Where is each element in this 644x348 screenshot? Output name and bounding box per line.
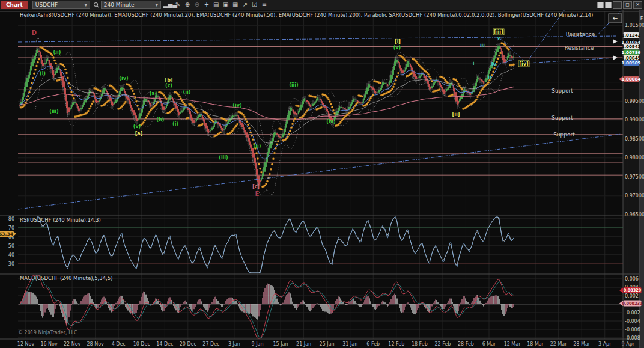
wave-label: (ii) <box>254 144 261 149</box>
sar-dot <box>248 127 250 129</box>
window-thumb-2[interactable] <box>605 2 612 8</box>
macd-bar <box>322 304 323 311</box>
sar-dot <box>108 100 109 102</box>
zoom-in-icon[interactable]: ⊕ <box>183 1 192 9</box>
candle-body <box>48 60 49 61</box>
candle-body <box>477 76 478 82</box>
macd-value-marker: 0.00329 <box>619 287 642 293</box>
candle-body <box>195 121 196 121</box>
candle-body <box>406 64 407 70</box>
macd-bar <box>59 304 59 306</box>
sar-dot <box>27 95 29 97</box>
macd-bar <box>346 304 347 305</box>
macd-bar <box>439 304 439 305</box>
sar-dot <box>35 65 37 67</box>
restore-button[interactable]: ◻ <box>623 1 632 9</box>
macd-bar <box>84 296 85 304</box>
wave-label: (iv) <box>232 103 242 108</box>
draw-icon[interactable]: ✎ <box>173 1 183 9</box>
macd-bar <box>394 294 395 304</box>
candle-body <box>294 112 296 115</box>
macd-bar <box>49 304 50 312</box>
candle-body <box>369 84 370 87</box>
sar-dot <box>145 117 147 119</box>
instrument-select[interactable]: USDCHF ▾ <box>32 1 90 9</box>
search-icon[interactable] <box>93 0 101 11</box>
macd-bar <box>395 295 396 304</box>
price-marker-value: 1.00645 <box>622 56 641 61</box>
macd-bar <box>435 299 436 304</box>
candle-body <box>232 115 233 118</box>
candle-body <box>179 112 180 115</box>
candle-body <box>166 105 167 108</box>
price-tick-label: 0.99500 <box>625 99 644 104</box>
back-arrow-button[interactable]: ← <box>609 14 622 23</box>
macd-bar <box>231 298 231 304</box>
candle-body <box>410 64 411 67</box>
properties-icon[interactable]: ≡ <box>260 1 269 9</box>
macd-bar <box>189 304 189 307</box>
macd-bar <box>372 304 373 307</box>
macd-bar <box>377 304 378 307</box>
candle-body <box>482 80 483 82</box>
macd-bar <box>79 304 80 304</box>
macd-bar <box>449 299 450 304</box>
candle-body <box>404 70 405 72</box>
price-tick-label: 0.96500 <box>625 212 644 218</box>
macd-bar <box>389 302 390 304</box>
candle-body <box>102 90 103 96</box>
sar-dot <box>281 128 282 130</box>
macd-bar <box>267 284 267 304</box>
titlebar: Chart USDCHF ▾ 240 Minute ▾ ▂▅▃✎⊕⊖+▤▣▦↗☑… <box>0 0 644 10</box>
time-axis-label: 18 Feb <box>412 341 428 347</box>
sar-dot <box>64 69 66 70</box>
window-thumb-1[interactable] <box>597 2 604 8</box>
data-series-icon[interactable]: ▤ <box>211 1 221 9</box>
macd-bar <box>509 304 510 307</box>
candle-body <box>365 91 366 98</box>
interval-select[interactable]: 240 Minute ▾ <box>101 1 161 9</box>
macd-bar <box>388 304 389 306</box>
wave-label: (iv) <box>326 119 335 124</box>
macd-bar <box>252 304 253 316</box>
macd-bar <box>249 304 249 314</box>
candle-body <box>225 125 226 129</box>
chart-trader-icon[interactable]: ▣ <box>221 1 231 9</box>
chart-style-icon[interactable]: ▂▅▃ <box>163 1 173 9</box>
sar-dot <box>294 118 296 120</box>
close-button[interactable]: × <box>633 1 642 9</box>
crosshair-icon[interactable]: + <box>202 1 211 9</box>
sar-dot <box>138 108 139 110</box>
candle-body <box>502 51 503 60</box>
candle-body <box>460 97 461 100</box>
macd-bar <box>137 304 138 310</box>
macd-bar <box>365 298 366 304</box>
grid-icon[interactable]: ▦ <box>231 1 240 9</box>
strategies-icon[interactable]: ☑ <box>250 1 260 9</box>
time-axis-label: 14 Dec <box>156 341 173 347</box>
candle-body <box>393 66 394 75</box>
macd-bar <box>160 304 160 307</box>
macd-bar <box>56 304 57 305</box>
candle-body <box>353 99 354 102</box>
candle-body <box>95 96 96 102</box>
window-tab-chart[interactable]: Chart <box>1 1 28 9</box>
sar-dot <box>201 123 203 125</box>
macd-bar <box>292 302 293 304</box>
chart-canvas[interactable]: 12 Nov16 Nov22 Nov28 Nov4 Dec10 Dec14 De… <box>0 10 644 348</box>
minimize-button[interactable]: _ <box>613 1 622 9</box>
candle-body <box>157 96 159 97</box>
zoom-out-icon[interactable]: ⊖ <box>192 1 202 9</box>
macd-bar <box>487 301 487 304</box>
macd-bar <box>466 301 467 304</box>
sar-dot <box>492 71 494 73</box>
candle-body <box>375 91 376 94</box>
sar-dot <box>493 67 495 69</box>
macd-bar <box>118 299 118 304</box>
indicators-icon[interactable]: ↗ <box>240 1 250 9</box>
candle-body <box>76 103 77 105</box>
wave-label: (iv) <box>119 76 128 81</box>
macd-bar <box>235 301 236 304</box>
macd-bar <box>208 304 208 310</box>
macd-bar <box>254 304 254 317</box>
